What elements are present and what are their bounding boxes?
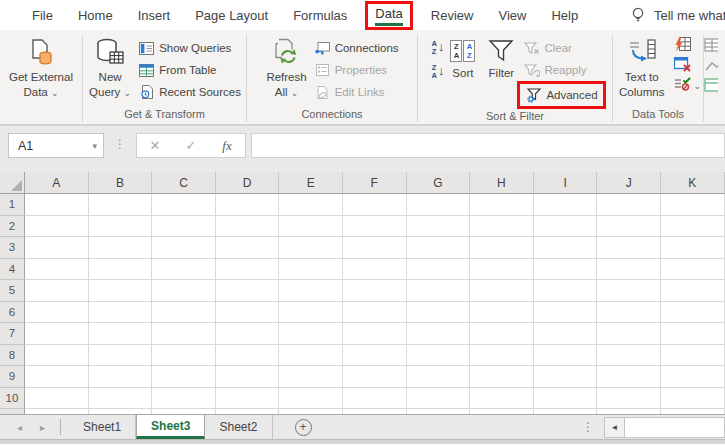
recent-sources-button[interactable]: Recent Sources — [135, 81, 244, 103]
grid-cell[interactable] — [25, 388, 89, 410]
grid-cell[interactable] — [470, 194, 534, 216]
grid-cell[interactable] — [534, 280, 598, 302]
grid-cell[interactable] — [534, 388, 598, 410]
column-header[interactable]: B — [89, 172, 153, 194]
insert-function-button[interactable]: fx — [209, 138, 245, 154]
connections-button[interactable]: Connections — [311, 37, 402, 59]
sort-button[interactable]: ZA AZ Sort — [446, 34, 479, 83]
grid-cell[interactable] — [534, 194, 598, 216]
grid-cell[interactable] — [407, 302, 471, 324]
grid-cell[interactable] — [470, 388, 534, 410]
grid-cell[interactable] — [152, 366, 216, 388]
grid-cell[interactable] — [216, 409, 280, 414]
grid-cell[interactable] — [152, 216, 216, 238]
grid-cell[interactable] — [661, 280, 725, 302]
name-box-dropdown-icon[interactable]: ▾ — [92, 141, 97, 151]
sheet-nav-right-icon[interactable]: ▸ — [31, 415, 54, 439]
column-header[interactable]: I — [534, 172, 598, 194]
grid-cell[interactable] — [152, 388, 216, 410]
grid-cell[interactable] — [661, 237, 725, 259]
grid-cell[interactable] — [407, 366, 471, 388]
grid-cell[interactable] — [343, 409, 407, 414]
add-sheet-button[interactable]: + — [295, 419, 312, 436]
show-queries-button[interactable]: Show Queries — [135, 37, 244, 59]
grid-cell[interactable] — [279, 216, 343, 238]
grid-cell[interactable] — [407, 345, 471, 367]
grid-cell[interactable] — [470, 216, 534, 238]
tab-insert[interactable]: Insert — [136, 6, 173, 25]
remove-duplicates-button[interactable] — [674, 58, 701, 74]
row-header[interactable]: 4 — [0, 259, 25, 281]
grid-cell[interactable] — [407, 323, 471, 345]
grid-cell[interactable] — [534, 323, 598, 345]
grid-cell[interactable] — [216, 388, 280, 410]
grid-cell[interactable] — [25, 280, 89, 302]
grid-cell[interactable] — [279, 323, 343, 345]
grid-cell[interactable] — [279, 237, 343, 259]
grid-cell[interactable] — [534, 216, 598, 238]
grid-cell[interactable] — [597, 194, 661, 216]
grid-cell[interactable] — [216, 345, 280, 367]
grid-cell[interactable] — [597, 216, 661, 238]
grid-cell[interactable] — [407, 237, 471, 259]
column-header[interactable]: D — [216, 172, 280, 194]
grid-cell[interactable] — [661, 366, 725, 388]
tab-data[interactable]: Data — [365, 1, 412, 30]
flash-fill-button[interactable] — [674, 38, 701, 54]
tab-page-layout[interactable]: Page Layout — [193, 6, 270, 25]
grid-cell[interactable] — [597, 259, 661, 281]
tab-file[interactable]: File — [30, 6, 55, 25]
grid-cell[interactable] — [343, 280, 407, 302]
grid-cell[interactable] — [661, 259, 725, 281]
column-header[interactable]: K — [661, 172, 725, 194]
tab-home[interactable]: Home — [76, 6, 115, 25]
grid-cell[interactable] — [216, 194, 280, 216]
grid-cell[interactable] — [534, 345, 598, 367]
grid-cell[interactable] — [216, 366, 280, 388]
grid-cell[interactable] — [279, 302, 343, 324]
grid-cell[interactable] — [216, 323, 280, 345]
grid-cell[interactable] — [343, 259, 407, 281]
sort-ascending-button[interactable]: AZ ↓ — [431, 40, 444, 56]
column-header[interactable]: H — [470, 172, 534, 194]
grid-cell[interactable] — [279, 409, 343, 414]
grid-cell[interactable] — [89, 323, 153, 345]
tab-view[interactable]: View — [496, 6, 528, 25]
grid-cell[interactable] — [661, 345, 725, 367]
grid-cell[interactable] — [597, 345, 661, 367]
refresh-all-button[interactable]: Refresh All ⌄ — [262, 34, 310, 102]
grid-cell[interactable] — [470, 280, 534, 302]
row-header[interactable]: 3 — [0, 237, 25, 259]
grid-cell[interactable] — [25, 216, 89, 238]
grid-cell[interactable] — [216, 302, 280, 324]
row-header[interactable]: 5 — [0, 280, 25, 302]
grid-cell[interactable] — [25, 323, 89, 345]
tab-formulas[interactable]: Formulas — [291, 6, 349, 25]
column-header[interactable]: E — [279, 172, 343, 194]
sheet-tab-sheet3[interactable]: Sheet3 — [136, 415, 205, 439]
grid-cell[interactable] — [597, 280, 661, 302]
grid-cell[interactable] — [407, 409, 471, 414]
grid-cell[interactable] — [25, 302, 89, 324]
grid-cell[interactable] — [279, 194, 343, 216]
grid-cell[interactable] — [279, 259, 343, 281]
grid-cell[interactable] — [407, 280, 471, 302]
row-header[interactable]: 8 — [0, 345, 25, 367]
column-header[interactable]: G — [407, 172, 471, 194]
grid-cell[interactable] — [343, 388, 407, 410]
row-header[interactable]: 6 — [0, 302, 25, 324]
grid-cell[interactable] — [407, 194, 471, 216]
get-external-data-button[interactable]: Get External Data ⌄ — [5, 34, 77, 102]
grid-cell[interactable] — [25, 366, 89, 388]
grid-cell[interactable] — [343, 323, 407, 345]
name-box[interactable]: A1 ▾ — [8, 133, 104, 158]
sheet-nav-left-icon[interactable]: ◂ — [8, 415, 31, 439]
grid-cell[interactable] — [470, 345, 534, 367]
row-header[interactable]: 11 — [0, 409, 25, 414]
grid-cell[interactable] — [597, 323, 661, 345]
cancel-button[interactable]: ✕ — [137, 138, 173, 153]
grid-cell[interactable] — [89, 388, 153, 410]
grid-cell[interactable] — [661, 409, 725, 414]
formula-input[interactable] — [251, 133, 725, 158]
grid-cell[interactable] — [597, 366, 661, 388]
